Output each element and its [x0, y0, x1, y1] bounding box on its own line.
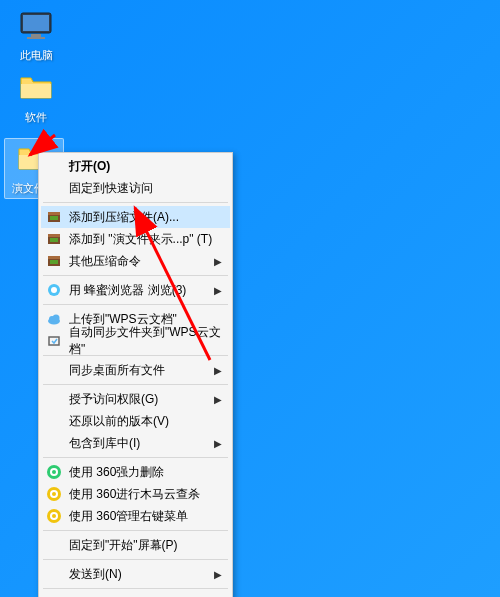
sync-icon [46, 333, 62, 349]
menu-item[interactable]: 其他压缩命令▶ [41, 250, 230, 272]
menu-separator [43, 588, 228, 589]
menu-item-label: 打开(O) [69, 158, 110, 175]
svg-rect-12 [50, 260, 58, 264]
menu-item-label: 使用 360管理右键菜单 [69, 508, 188, 525]
winrar-icon [46, 231, 62, 247]
chevron-right-icon: ▶ [214, 256, 222, 267]
menu-item-label: 使用 360进行木马云查杀 [69, 486, 200, 503]
360-icon [46, 464, 62, 480]
menu-item[interactable]: 授予访问权限(G)▶ [41, 388, 230, 410]
menu-item[interactable]: 添加到 "演文件夹示...p" (T) [41, 228, 230, 250]
menu-item[interactable]: 自动同步文件夹到"WPS云文档" [41, 330, 230, 352]
chevron-right-icon: ▶ [214, 394, 222, 405]
menu-item[interactable]: 固定到"开始"屏幕(P) [41, 534, 230, 556]
svg-rect-11 [48, 256, 60, 259]
menu-separator [43, 530, 228, 531]
360y-icon [46, 508, 62, 524]
menu-item[interactable]: 剪切(T) [41, 592, 230, 597]
folder-icon [18, 70, 54, 106]
desktop-icon-label: 软件 [25, 110, 47, 125]
menu-item-label: 固定到"开始"屏幕(P) [69, 537, 178, 554]
svg-rect-6 [50, 216, 58, 220]
menu-item-label: 使用 360强力删除 [69, 464, 164, 481]
browser-icon [46, 282, 62, 298]
winrar-icon [46, 209, 62, 225]
desktop-icon-software[interactable]: 软件 [6, 70, 66, 125]
svg-rect-9 [50, 238, 58, 242]
chevron-right-icon: ▶ [214, 438, 222, 449]
menu-item[interactable]: 添加到压缩文件(A)... [41, 206, 230, 228]
chevron-right-icon: ▶ [214, 365, 222, 376]
menu-item[interactable]: 使用 360管理右键菜单 [41, 505, 230, 527]
menu-separator [43, 202, 228, 203]
menu-item[interactable]: 还原以前的版本(V) [41, 410, 230, 432]
svg-rect-5 [48, 212, 60, 215]
menu-item-label: 授予访问权限(G) [69, 391, 158, 408]
context-menu: 打开(O)固定到快速访问添加到压缩文件(A)...添加到 "演文件夹示...p"… [38, 152, 233, 597]
menu-item-label: 固定到快速访问 [69, 180, 153, 197]
menu-item-label: 同步桌面所有文件 [69, 362, 165, 379]
menu-item-label: 发送到(N) [69, 566, 122, 583]
menu-separator [43, 559, 228, 560]
chevron-right-icon: ▶ [214, 285, 222, 296]
menu-item-label: 自动同步文件夹到"WPS云文档" [69, 324, 222, 358]
cloud-icon [46, 311, 62, 327]
menu-item-label: 添加到压缩文件(A)... [69, 209, 179, 226]
menu-separator [43, 304, 228, 305]
svg-point-14 [51, 287, 57, 293]
menu-item[interactable]: 使用 360强力删除 [41, 461, 230, 483]
svg-rect-3 [27, 37, 45, 39]
winrar-icon [46, 253, 62, 269]
svg-point-21 [52, 470, 56, 474]
chevron-right-icon: ▶ [214, 569, 222, 580]
menu-item[interactable]: 打开(O) [41, 155, 230, 177]
svg-rect-1 [23, 15, 49, 31]
menu-item-label: 还原以前的版本(V) [69, 413, 169, 430]
menu-separator [43, 457, 228, 458]
menu-item-label: 其他压缩命令 [69, 253, 141, 270]
desktop-icon-computer[interactable]: 此电脑 [6, 8, 66, 63]
svg-rect-8 [48, 234, 60, 237]
360y-icon [46, 486, 62, 502]
menu-item[interactable]: 包含到库中(I)▶ [41, 432, 230, 454]
computer-icon [18, 8, 54, 44]
menu-item[interactable]: 用 蜂蜜浏览器 浏览(3)▶ [41, 279, 230, 301]
menu-item-label: 添加到 "演文件夹示...p" (T) [69, 231, 212, 248]
svg-rect-2 [31, 34, 41, 37]
svg-point-17 [53, 315, 60, 322]
menu-separator [43, 275, 228, 276]
menu-item-label: 用 蜂蜜浏览器 浏览(3) [69, 282, 186, 299]
menu-item-label: 包含到库中(I) [69, 435, 140, 452]
menu-separator [43, 384, 228, 385]
svg-point-27 [52, 514, 56, 518]
menu-item[interactable]: 发送到(N)▶ [41, 563, 230, 585]
menu-item[interactable]: 使用 360进行木马云查杀 [41, 483, 230, 505]
desktop-icon-label: 此电脑 [20, 48, 53, 63]
menu-item[interactable]: 同步桌面所有文件▶ [41, 359, 230, 381]
menu-item[interactable]: 固定到快速访问 [41, 177, 230, 199]
svg-point-24 [52, 492, 56, 496]
